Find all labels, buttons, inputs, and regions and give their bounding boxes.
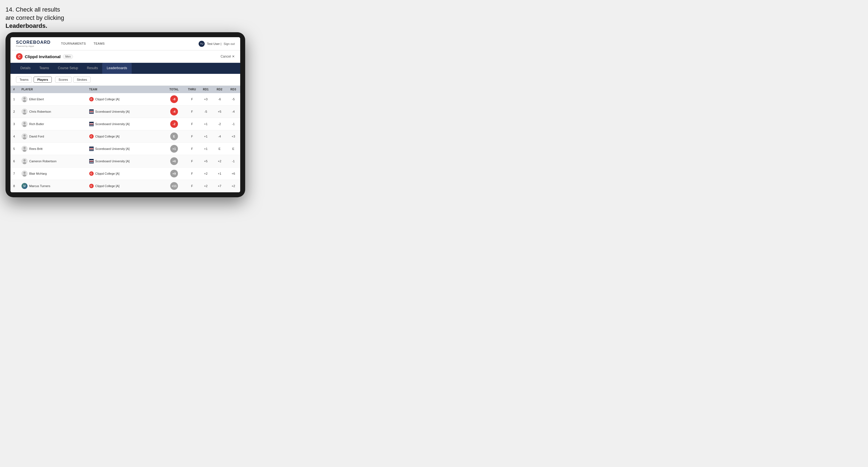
table-row: 5 Rees Britt Scoreboard University [A] +… xyxy=(10,143,240,155)
rank-cell: 5 xyxy=(10,143,19,155)
cancel-icon: ✕ xyxy=(232,55,235,58)
header-right: TU Test User | Sign out xyxy=(198,41,235,47)
instruction-line1: 14. Check all results xyxy=(5,6,60,13)
rd2-cell: E xyxy=(213,143,226,155)
rd2-cell: -4 xyxy=(213,130,226,143)
team-cell: Scoreboard University [A] xyxy=(87,105,163,118)
player-cell: Elliot Ebert xyxy=(19,93,87,105)
logo-subtitle: Powered by clippd xyxy=(16,45,51,48)
team-name: Clippd College [A] xyxy=(95,172,120,175)
col-total: TOTAL xyxy=(163,86,185,93)
table-row: 7 Blair McHarg C Clippd College [A] +9 F… xyxy=(10,167,240,180)
tournament-logo: C xyxy=(16,53,23,60)
col-player: PLAYER xyxy=(19,86,87,93)
app-header: SCOREBOARD Powered by clippd TOURNAMENTS… xyxy=(10,37,240,51)
score-badge: -8 xyxy=(170,95,178,103)
tournament-badge: Men xyxy=(63,54,73,59)
rank-cell: 1 xyxy=(10,93,19,105)
tab-results[interactable]: Results xyxy=(82,63,102,74)
col-rank: # xyxy=(10,86,19,93)
tablet-screen: SCOREBOARD Powered by clippd TOURNAMENTS… xyxy=(10,37,240,192)
rd1-cell: +1 xyxy=(199,143,213,155)
nav-teams[interactable]: TEAMS xyxy=(90,37,108,51)
thru-cell: F xyxy=(185,167,199,180)
table-row: 8 M Marcus Turners C Clippd College [A] … xyxy=(10,180,240,192)
team-name: Scoreboard University [A] xyxy=(95,110,130,113)
team-name: Scoreboard University [A] xyxy=(95,159,130,163)
instruction-text: 14. Check all results are correct by cli… xyxy=(5,5,116,30)
total-cell: +1 xyxy=(163,143,185,155)
rd3-cell: -4 xyxy=(226,105,240,118)
rank-cell: 3 xyxy=(10,118,19,130)
rd3-cell: -5 xyxy=(226,93,240,105)
thru-cell: F xyxy=(185,105,199,118)
score-badge: +11 xyxy=(170,182,178,190)
cancel-label: Cancel xyxy=(221,55,231,58)
team-cell: C Clippd College [A] xyxy=(87,180,163,192)
tournament-header: C Clippd Invitational Men Cancel ✕ xyxy=(10,51,240,63)
filter-teams[interactable]: Teams xyxy=(16,76,32,83)
team-logo-clippd: C xyxy=(89,172,94,176)
sign-out-link[interactable]: Sign out xyxy=(224,42,235,45)
player-name: Cameron Robertson xyxy=(29,159,57,163)
filter-players[interactable]: Players xyxy=(34,76,52,83)
player-avatar xyxy=(22,121,28,127)
player-cell: Rich Butler xyxy=(19,118,87,130)
rank-cell: 6 xyxy=(10,155,19,167)
total-cell: E xyxy=(163,130,185,143)
thru-cell: F xyxy=(185,180,199,192)
rank-cell: 8 xyxy=(10,180,19,192)
team-cell: Scoreboard University [A] xyxy=(87,143,163,155)
player-cell: M Marcus Turners xyxy=(19,180,87,192)
total-cell: +11 xyxy=(163,180,185,192)
svg-point-16 xyxy=(23,150,26,152)
tab-teams[interactable]: Teams xyxy=(35,63,54,74)
svg-point-6 xyxy=(23,110,26,112)
rank-cell: 7 xyxy=(10,167,19,180)
rd1-cell: +1 xyxy=(199,118,213,130)
rank-cell: 4 xyxy=(10,130,19,143)
cancel-button[interactable]: Cancel ✕ xyxy=(221,55,235,58)
user-avatar: TU xyxy=(198,41,205,47)
filter-bar: Teams Players Scores Strokes xyxy=(10,74,240,86)
table-row: 1 Elliot Ebert C Clippd College [A] -8 F… xyxy=(10,93,240,105)
total-cell: -8 xyxy=(163,93,185,105)
filter-scores[interactable]: Scores xyxy=(55,76,72,83)
nav-tournaments[interactable]: TOURNAMENTS xyxy=(57,37,90,51)
filter-strokes[interactable]: Strokes xyxy=(73,76,91,83)
tab-course-setup[interactable]: Course Setup xyxy=(54,63,82,74)
table-row: 3 Rich Butler Scoreboard University [A] … xyxy=(10,118,240,130)
tab-leaderboards[interactable]: Leaderboards xyxy=(102,63,131,74)
player-avatar xyxy=(22,108,28,115)
rd1-cell: -5 xyxy=(199,105,213,118)
player-avatar xyxy=(22,133,28,139)
rd1-cell: +5 xyxy=(199,155,213,167)
player-name: Blair McHarg xyxy=(29,172,47,175)
app-logo: SCOREBOARD xyxy=(16,40,51,45)
thru-cell: F xyxy=(185,155,199,167)
player-name: Marcus Turners xyxy=(29,184,50,188)
rd2-cell: +2 xyxy=(213,155,226,167)
rd2-cell: +1 xyxy=(213,167,226,180)
svg-point-21 xyxy=(23,172,26,174)
rank-cell: 2 xyxy=(10,105,19,118)
rd2-cell: -2 xyxy=(213,118,226,130)
thru-cell: F xyxy=(185,93,199,105)
player-cell: Rees Britt xyxy=(19,143,87,155)
col-rd3: RD3 xyxy=(226,86,240,93)
team-name: Scoreboard University [A] xyxy=(95,147,130,150)
team-cell: C Clippd College [A] xyxy=(87,167,163,180)
player-name: Rich Butler xyxy=(29,122,44,126)
tab-bar: Details Teams Course Setup Results Leade… xyxy=(10,63,240,74)
team-name: Clippd College [A] xyxy=(95,97,120,101)
tab-details[interactable]: Details xyxy=(16,63,35,74)
player-cell: Blair McHarg xyxy=(19,167,87,180)
col-thru: THRU xyxy=(185,86,199,93)
team-logo-scoreboard xyxy=(89,110,94,114)
rd1-cell: +2 xyxy=(199,180,213,192)
svg-point-10 xyxy=(23,125,26,127)
col-rd1: RD1 xyxy=(199,86,213,93)
thru-cell: F xyxy=(185,143,199,155)
score-badge: +6 xyxy=(170,157,178,165)
svg-point-18 xyxy=(23,159,26,161)
